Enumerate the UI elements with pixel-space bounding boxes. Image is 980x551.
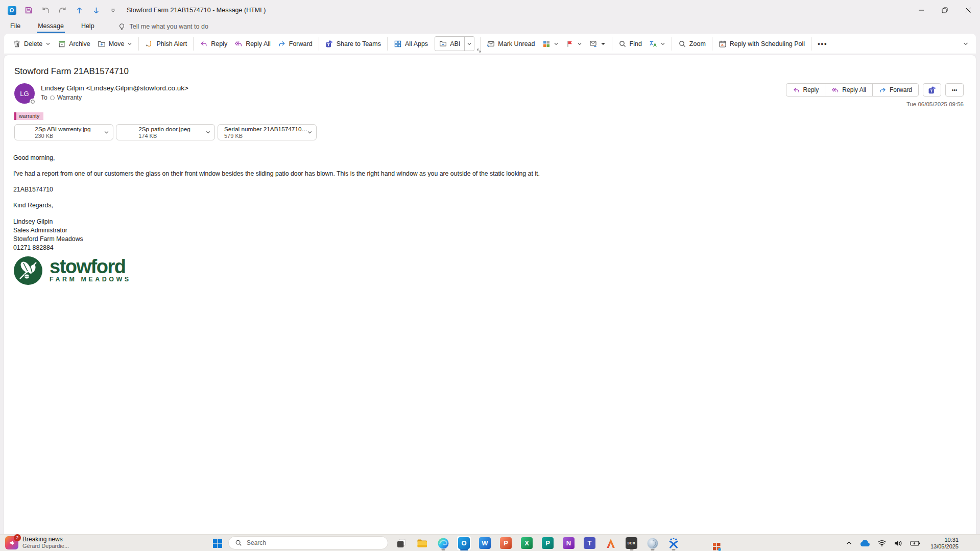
header-forward-button[interactable]: Forward [873, 84, 918, 96]
chevron-down-icon [660, 41, 665, 46]
onedrive-icon[interactable] [859, 540, 870, 547]
taskbar-clock[interactable]: 10:31 13/05/2025 [930, 537, 959, 550]
undo-button[interactable] [39, 4, 52, 17]
x-app-button[interactable] [666, 536, 680, 550]
outlook-taskbar-button[interactable]: O [457, 536, 471, 550]
body-paragraph: I've had a report from one of our custom… [13, 170, 830, 178]
tray-chevron-up-icon[interactable] [846, 540, 852, 546]
chevron-down-icon[interactable] [205, 130, 211, 135]
dial-app-button[interactable] [646, 536, 659, 550]
all-apps-button[interactable]: All Apps [390, 36, 432, 52]
header-reply-all-button[interactable]: Reply All [825, 84, 873, 96]
reply-all-button[interactable]: Reply All [231, 36, 274, 52]
redo-button[interactable] [56, 4, 69, 17]
close-button[interactable] [957, 0, 980, 20]
battery-icon[interactable] [910, 540, 920, 546]
signature-phone: 01271 882884 [13, 244, 964, 252]
attachment-card[interactable]: 2Sp patio door.jpeg 174 KB [116, 124, 215, 140]
taskbar-news-widget[interactable]: 2 Breaking news Gérard Depardie... [5, 536, 69, 549]
find-button[interactable]: Find [615, 36, 646, 52]
chevron-down-icon[interactable] [307, 130, 313, 135]
tray-hidden-app-icon[interactable] [712, 542, 721, 551]
minimize-button[interactable] [910, 0, 933, 20]
scheduling-poll-button[interactable]: Reply with Scheduling Poll [715, 36, 808, 52]
message-timestamp: Tue 06/05/2025 09:56 [786, 101, 964, 107]
restore-button[interactable] [933, 0, 957, 20]
file-explorer-button[interactable] [415, 536, 429, 550]
message-subject: Stowford Farm 21AB1574710 [4, 55, 976, 77]
company-logo: stowford FARM MEADOWS [13, 256, 964, 285]
a-app-button[interactable] [604, 536, 617, 550]
window-controls [910, 0, 980, 20]
follow-up-button[interactable] [562, 36, 586, 52]
quick-step-abi[interactable]: ABI [435, 36, 474, 51]
wifi-icon[interactable] [877, 539, 887, 547]
archive-button[interactable]: Archive [54, 36, 94, 52]
all-apps-label: All Apps [405, 40, 428, 47]
header-more-button[interactable]: ••• [945, 83, 964, 97]
chevron-down-icon[interactable] [104, 130, 109, 135]
collapse-ribbon-button[interactable] [963, 41, 969, 47]
message-actions: Reply Reply All Forward ••• Tue 06/05/20… [786, 83, 964, 107]
word-button[interactable]: W [478, 536, 492, 550]
start-button[interactable] [212, 538, 223, 549]
onenote-button[interactable]: N [562, 536, 576, 550]
excel-button[interactable]: X [520, 536, 534, 550]
taskbar-search-box[interactable]: Search [228, 536, 388, 549]
menu-bar: File Message Help Tell me what you want … [0, 20, 980, 34]
tell-me-box[interactable]: Tell me what you want to do [118, 20, 208, 33]
stowford-leaf-logo-icon [13, 256, 43, 285]
reply-all-icon [234, 40, 243, 48]
x-app-icon [667, 537, 680, 549]
publisher-button[interactable]: P [541, 536, 555, 550]
logo-wordmark: stowford [50, 258, 131, 275]
header-teams-button[interactable] [923, 83, 941, 97]
outlook-app-icon: O [5, 4, 18, 17]
reply-button[interactable]: Reply [196, 36, 231, 52]
ribbon-more-button[interactable]: ••• [814, 36, 831, 52]
move-up-button[interactable] [73, 4, 86, 17]
ribbon: Delete Archive Move Phish Alert Reply Re… [4, 34, 976, 54]
tab-message[interactable]: Message [37, 20, 65, 33]
sender-avatar[interactable]: LG [14, 83, 35, 104]
tab-help[interactable]: Help [80, 20, 95, 33]
tags-button[interactable] [586, 36, 609, 52]
categorize-button[interactable] [539, 36, 562, 52]
clock-date: 13/05/2025 [930, 543, 959, 550]
message-header: LG Lindsey Gilpin <Lindsey.Gilpin@stowfo… [4, 77, 976, 107]
sender-address[interactable]: Lindsey Gilpin <Lindsey.Gilpin@stowford.… [41, 84, 188, 92]
threecx-button[interactable]: 3CX [625, 536, 638, 550]
phish-alert-button[interactable]: Phish Alert [141, 36, 190, 52]
translate-button[interactable] [646, 36, 669, 52]
attachment-card[interactable]: 2Sp ABI warrenty.jpg 230 KB [14, 124, 113, 140]
dial-app-icon [647, 537, 659, 549]
move-button[interactable]: Move [94, 36, 136, 52]
teams-taskbar-button[interactable]: T [583, 536, 596, 550]
calendar-poll-icon [719, 40, 727, 48]
save-button[interactable] [22, 4, 35, 17]
quick-step-dropdown[interactable] [464, 37, 474, 51]
news-subtext: Gérard Depardie... [22, 543, 69, 549]
delete-button[interactable]: Delete [9, 36, 54, 52]
volume-icon[interactable] [894, 540, 903, 547]
reply-button-group: Reply Reply All Forward [786, 83, 919, 97]
tab-file[interactable]: File [9, 20, 21, 33]
quick-steps-dialog-launcher-icon[interactable] [477, 49, 481, 53]
active-indicator [460, 549, 468, 550]
redo-icon [58, 6, 67, 15]
customize-qat-button[interactable] [106, 4, 119, 17]
attachment-card[interactable]: Serial number 21AB1574710.jpg 579 KB [218, 124, 317, 140]
threecx-icon: 3CX [626, 537, 637, 549]
edge-button[interactable] [436, 536, 450, 550]
powerpoint-button[interactable]: P [499, 536, 513, 550]
category-tag[interactable]: warranty [14, 112, 43, 120]
zoom-button[interactable]: Zoom [675, 36, 709, 52]
recipient-name[interactable]: Warranty [57, 94, 82, 101]
move-down-button[interactable] [89, 4, 103, 17]
header-reply-button[interactable]: Reply [786, 84, 826, 96]
share-to-teams-button[interactable]: Share to Teams [322, 36, 385, 52]
task-view-button[interactable] [394, 536, 408, 550]
forward-button[interactable]: Forward [274, 36, 316, 52]
attachment-name: 2Sp ABI warrenty.jpg [35, 126, 90, 133]
mark-unread-button[interactable]: Mark Unread [483, 36, 538, 52]
